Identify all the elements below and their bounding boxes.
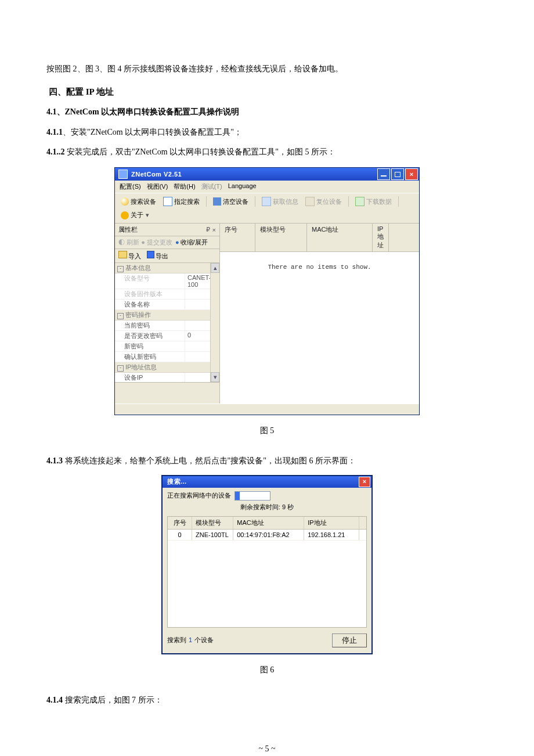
prop-curpw-key: 当前密码 xyxy=(115,321,185,330)
table-row[interactable]: 0 ZNE-100TL 00:14:97:01:F8:A2 192.168.1.… xyxy=(168,530,366,541)
section-password[interactable]: -密码操作 xyxy=(115,310,219,321)
folder-icon xyxy=(118,251,127,258)
scrollbar[interactable]: ▴ ▾ xyxy=(210,263,219,382)
section-ip[interactable]: -IP地址信息 xyxy=(115,362,219,373)
refresh-button[interactable]: ◐ 刷新 xyxy=(118,239,139,246)
col-model[interactable]: 模块型号 xyxy=(255,224,307,251)
collapse-expand-button[interactable]: ●收缩/展开 xyxy=(174,239,208,246)
prop-ip-key: 设备IP xyxy=(115,373,185,382)
col-ip[interactable]: IP地址 xyxy=(373,224,389,251)
separator-icon xyxy=(348,196,349,207)
separator-icon xyxy=(255,196,255,207)
cell-model: ZNE-100TL xyxy=(192,530,233,540)
panel-close-icon[interactable]: × xyxy=(212,226,216,233)
reset-icon xyxy=(305,197,315,206)
info-icon xyxy=(262,197,271,206)
dialog-close-button[interactable]: × xyxy=(359,477,370,487)
znetcom-window: ZNetCom V2.51 × 配置(S) 视图(V) 帮助(H) 测试(T) … xyxy=(114,167,420,415)
prop-chgpw-key: 是否更改密码 xyxy=(115,331,185,341)
cell-mac: 00:14:97:01:F8:A2 xyxy=(233,530,304,540)
para-4-1-3: 4.1.3 将系统连接起来，给整个系统上电，然后点击"搜索设备"，出现如图 6 … xyxy=(46,452,488,470)
window-title: ZNetCom V2.51 xyxy=(130,171,376,178)
target-icon xyxy=(163,197,172,206)
about-button[interactable]: 关于▾ xyxy=(118,210,152,221)
status-bar xyxy=(115,404,419,415)
scroll-down-icon[interactable]: ▾ xyxy=(211,372,219,382)
clear-devices-button[interactable]: 清空设备 xyxy=(211,196,251,207)
panel-title: 属性栏 xyxy=(118,225,206,234)
col-mac[interactable]: MAC地址 xyxy=(307,224,373,251)
menu-config[interactable]: 配置(S) xyxy=(120,182,141,191)
col-ip[interactable]: IP地址 xyxy=(304,517,359,529)
prop-model-key: 设备型号 xyxy=(115,273,185,289)
title-bar[interactable]: ZNetCom V2.51 × xyxy=(115,168,419,181)
heading-4-1: 4.1、ZNetCom 以太网串口转换设备配置工具操作说明 xyxy=(46,103,488,121)
disk-icon xyxy=(147,251,154,258)
menu-test[interactable]: 测试(T) xyxy=(201,182,222,191)
found-count-label: 搜索到1个设备 xyxy=(167,636,332,645)
prop-newpw-key: 新密码 xyxy=(115,341,185,351)
dialog-title: 搜索... xyxy=(164,477,358,486)
prop-cfmpw-key: 确认新密码 xyxy=(115,352,185,362)
list-header: 序号 模块型号 MAC地址 IP地址 xyxy=(220,224,419,252)
property-grid[interactable]: -基本信息 设备型号CANET-100 设备固件版本 设备名称 -密码操作 当前… xyxy=(115,263,219,382)
page-number: ~ 5 ~ xyxy=(46,744,488,754)
menu-view[interactable]: 视图(V) xyxy=(147,182,168,191)
maximize-button[interactable] xyxy=(391,168,404,180)
get-info-button[interactable]: 获取信息 xyxy=(259,196,301,207)
stop-button[interactable]: 停止 xyxy=(332,633,367,647)
download-button[interactable]: 下载数据 xyxy=(353,196,394,207)
search-status-label: 正在搜索网络中的设备 xyxy=(167,491,231,500)
search-icon xyxy=(121,197,129,206)
toolbar: 搜索设备 指定搜索 清空设备 获取信息 复位设备 下载数据 关于▾ xyxy=(115,193,419,224)
cell-index: 0 xyxy=(168,530,192,540)
remaining-time-label: 剩余搜索时间: 9 秒 xyxy=(167,503,367,512)
col-index[interactable]: 序号 xyxy=(168,517,192,529)
about-icon xyxy=(121,211,129,219)
commit-button[interactable]: ● 提交更改 xyxy=(141,239,172,246)
para-4-1-4: 4.1.4 搜索完成后，如图 7 所示： xyxy=(46,692,488,710)
clear-icon xyxy=(213,197,221,206)
heading-4: 四、配置 IP 地址 xyxy=(49,87,488,98)
specific-search-button[interactable]: 指定搜索 xyxy=(161,196,202,207)
col-model[interactable]: 模块型号 xyxy=(192,517,233,529)
pin-icon[interactable]: ₽ xyxy=(206,226,210,233)
section-basic[interactable]: -基本信息 xyxy=(115,263,219,273)
col-index[interactable]: 序号 xyxy=(220,224,255,251)
progress-bar xyxy=(234,491,270,501)
close-button[interactable]: × xyxy=(405,168,418,180)
figure-5-caption: 图 5 xyxy=(46,426,488,436)
separator-icon xyxy=(206,196,207,207)
menu-language[interactable]: Language xyxy=(228,182,257,191)
para-4-1-2: 4.1..2 安装完成后，双击"ZNetCom 以太网串口转换设备配置工具"，如… xyxy=(46,143,488,161)
import-button[interactable]: 导入 xyxy=(118,251,141,261)
export-button[interactable]: 导出 xyxy=(147,251,168,261)
empty-message: There are no items to show. xyxy=(220,264,419,271)
device-list: 序号 模块型号 MAC地址 IP地址 There are no items to… xyxy=(220,224,419,404)
panel-toolbar: ◐ 刷新 ● 提交更改 ●收缩/展开 xyxy=(115,236,219,249)
search-devices-button[interactable]: 搜索设备 xyxy=(118,196,158,207)
prop-fw-key: 设备固件版本 xyxy=(115,289,185,299)
result-table: 序号 模块型号 MAC地址 IP地址 0 ZNE-100TL 00:14:97:… xyxy=(167,516,367,628)
cell-ip: 192.168.1.21 xyxy=(304,530,359,540)
para-4-1-1: 4.1.14.1.1、安装"ZNetCom 以太网串口转换设备配置工具"；、安装… xyxy=(46,124,488,142)
intro-paragraph: 按照图 2、图 3、图 4 所示接线图将设备连接好，经检查接线无误后，给设备加电… xyxy=(46,60,488,78)
menu-bar: 配置(S) 视图(V) 帮助(H) 测试(T) Language xyxy=(115,181,419,193)
separator-icon xyxy=(398,196,399,207)
reset-device-button[interactable]: 复位设备 xyxy=(303,196,344,207)
col-spacer xyxy=(359,517,366,529)
download-icon xyxy=(355,197,365,206)
col-spacer xyxy=(389,224,419,251)
prop-name-key: 设备名称 xyxy=(115,300,185,309)
minimize-button[interactable] xyxy=(377,168,390,180)
search-dialog: 搜索... × 正在搜索网络中的设备 剩余搜索时间: 9 秒 序号 模块型号 M… xyxy=(161,475,373,654)
scroll-up-icon[interactable]: ▴ xyxy=(211,263,219,273)
app-icon xyxy=(118,170,128,179)
property-panel: 属性栏 ₽ × ◐ 刷新 ● 提交更改 ●收缩/展开 导入 导出 -基本信息 设… xyxy=(115,224,220,404)
col-mac[interactable]: MAC地址 xyxy=(233,517,304,529)
figure-6-caption: 图 6 xyxy=(46,665,488,675)
menu-help[interactable]: 帮助(H) xyxy=(174,182,195,191)
chevron-down-icon: ▾ xyxy=(145,211,150,219)
